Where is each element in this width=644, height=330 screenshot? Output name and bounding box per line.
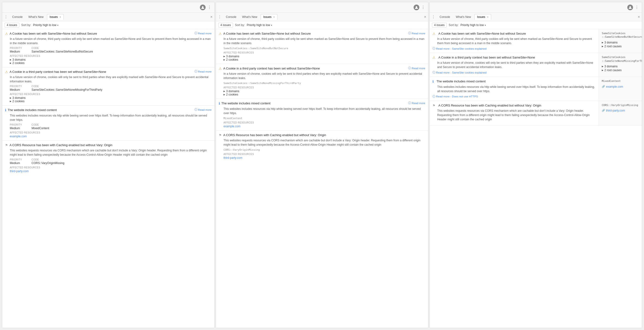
affected-label: AFFECTED RESOURCES — [224, 51, 425, 54]
code-value: SameSiteCookies::SameSiteNoneButNotSecur… — [32, 50, 93, 53]
read-more-link[interactable]: ⓘ Read more — [408, 32, 425, 35]
read-more-icon: ⓘ — [432, 47, 435, 50]
sort-select[interactable]: Priority high to low ▾ — [33, 24, 58, 27]
tab-menu-icon[interactable]: ⋮ — [218, 15, 222, 19]
read-more-link[interactable]: ⓘ Read more — [408, 101, 425, 105]
tab-console[interactable]: Console — [224, 14, 239, 20]
tab-menu-icon[interactable]: ⋮ — [4, 15, 8, 19]
tab-issues-close[interactable]: × — [60, 16, 61, 18]
avatar[interactable] — [200, 5, 206, 10]
tab-console[interactable]: Console — [10, 14, 25, 20]
affected-section: AFFECTED RESOURCES third-party.com — [219, 153, 425, 160]
sidebar-code: CORS::VaryOriginMissing — [602, 103, 639, 107]
panel-close-icon[interactable]: × — [210, 15, 212, 19]
warn-icon: ⚠ — [5, 32, 8, 36]
issue-item: ℹ The website includes mixed content Thi… — [430, 77, 642, 101]
code-label: CODE — [32, 47, 93, 50]
issue-header: ⚠ A Cookie in a third party context has … — [219, 66, 425, 71]
issue-header: ℹ The website includes mixed content ⓘ R… — [219, 101, 425, 106]
issue-meta: PRIORITY Medium CODE MixedContent — [5, 123, 212, 130]
issue-title-row: ⚑ A CORS Resource has been with Caching … — [219, 133, 425, 137]
affected-item: ▶ 2 cookies — [10, 100, 212, 103]
read-more-link[interactable]: ⓘ Read more — [194, 108, 212, 112]
panel-right-toolbar: 4 issues Sort by: Priority high to low ▾ — [430, 21, 642, 29]
issue-item: ℹ The website includes mixed content ⓘ R… — [216, 99, 428, 130]
read-more-link[interactable]: ⓘ Read more - SameSite cookies explained — [432, 71, 596, 74]
panel-close-icon[interactable]: × — [424, 15, 426, 19]
tab-whatsnew[interactable]: What's New — [454, 14, 474, 20]
panel-close-icon[interactable]: × — [638, 15, 640, 19]
read-more-link[interactable]: ⓘ Read more — [408, 66, 425, 70]
info-icon: ℹ — [5, 108, 6, 112]
panel-right-topbar: ⋮ — [430, 2, 642, 13]
warn-icon: ⚠ — [5, 70, 8, 74]
affected-item[interactable]: example.com — [224, 125, 425, 128]
resource-link[interactable]: example.com — [10, 135, 27, 138]
affected-section: AFFECTED RESOURCES example.com — [219, 121, 425, 128]
priority-label: PRIORITY — [10, 85, 22, 88]
tab-whatsnew[interactable]: What's New — [26, 14, 46, 20]
tab-issues[interactable]: Issues × — [261, 14, 278, 20]
triangle-icon: ▶ — [10, 59, 12, 61]
affected-item[interactable]: third-party.com — [224, 156, 425, 160]
tab-console[interactable]: Console — [437, 14, 452, 20]
issue-description: In a future version of chrome, cookies w… — [219, 72, 425, 80]
issue-description: This websites requests resources via COR… — [5, 148, 212, 157]
more-options-icon[interactable]: ⋮ — [208, 5, 212, 10]
resource-link[interactable]: third-party.com — [606, 109, 625, 112]
priority-value: Medium — [10, 127, 22, 130]
more-options-icon[interactable]: ⋮ — [635, 5, 639, 10]
resource-link[interactable]: example.com — [224, 125, 240, 128]
issue-title-row: ℹ The website includes mixed content — [5, 108, 192, 112]
tab-menu-icon[interactable]: ⋮ — [432, 15, 435, 19]
sort-select[interactable]: Priority high to low ▾ — [247, 24, 272, 27]
issue-title: A Cookie in a third party context has be… — [438, 55, 535, 60]
priority-value: Medium — [10, 50, 22, 53]
affected-label: AFFECTED RESOURCES — [10, 93, 212, 96]
sort-chevron-icon: ▾ — [485, 24, 486, 27]
read-more-link[interactable]: ⓘ Read more - Does not use HTTPS — [432, 95, 596, 98]
sidebar-link-item[interactable]: 🔗 example.com — [602, 85, 639, 88]
issue-title-row: ⚠ A Cookie has been set with SameSite=No… — [432, 32, 596, 36]
panel-left-tabbar: ⋮ Console What's New Issues × × — [2, 13, 214, 21]
panel-middle-topbar: ⋮ — [216, 2, 428, 13]
read-more-link[interactable]: ⓘ Read more — [194, 32, 212, 35]
triangle-icon: ▶ — [224, 93, 225, 96]
resource-link[interactable]: third-party.com — [224, 156, 242, 160]
sort-select[interactable]: Priority high to low ▾ — [460, 24, 486, 27]
issue-item: ⚠ A Cookie in a third party context has … — [2, 67, 214, 106]
panel-right-tabbar: ⋮ Console What's New Issues × × — [430, 13, 642, 21]
affected-item[interactable]: example.com — [10, 135, 212, 138]
priority-label: PRIORITY — [10, 47, 22, 50]
tab-issues[interactable]: Issues × — [474, 14, 491, 20]
tab-whatsnew[interactable]: What's New — [240, 14, 260, 20]
meta-code: CODE MixedContent — [32, 123, 49, 130]
sidebar-link-item[interactable]: 🔗 third-party.com — [602, 109, 639, 112]
issue-title-row: ℹ The website includes mixed content — [432, 79, 596, 84]
resource-link[interactable]: example.com — [606, 85, 623, 88]
affected-item[interactable]: third-party.com — [10, 170, 212, 173]
triangle-icon: ▶ — [602, 45, 604, 48]
avatar[interactable] — [414, 5, 419, 10]
affected-item: ▶ 3 domains — [10, 96, 212, 100]
meta-code: CODE CORS::VaryOriginMissing — [32, 158, 64, 165]
tab-issues[interactable]: Issues × — [47, 14, 64, 20]
read-more-link[interactable]: ⓘ Read more - SameSite cookies explained — [432, 47, 596, 50]
sidebar-code: SameSiteCookies ::SameSiteNoneMissingFor… — [602, 55, 639, 63]
priority-label: PRIORITY — [10, 158, 22, 161]
affected-section: AFFECTED RESOURCES ▶ 3 domains ▶ 2 cooki… — [5, 93, 212, 103]
issue-title: A Cookie has been set with SameSite=None… — [438, 32, 526, 36]
issue-title: A Cookie in a third party context has be… — [10, 70, 106, 74]
affected-label: AFFECTED RESOURCES — [224, 86, 425, 89]
issue-description: In a future version of chrome, cookies w… — [432, 61, 596, 69]
sidebar-stat: ▶ 3 domains — [602, 65, 639, 68]
avatar[interactable] — [627, 5, 633, 10]
affected-label: AFFECTED RESOURCES — [10, 55, 212, 57]
resource-link[interactable]: third-party.com — [10, 170, 28, 173]
tab-issues-close[interactable]: × — [273, 16, 275, 18]
more-options-icon[interactable]: ⋮ — [421, 5, 425, 10]
code-label: CODE — [32, 85, 102, 88]
read-more-link[interactable]: ⓘ Read more — [194, 70, 212, 73]
tab-issues-close[interactable]: × — [487, 16, 488, 18]
code-label: CODE — [32, 123, 49, 126]
